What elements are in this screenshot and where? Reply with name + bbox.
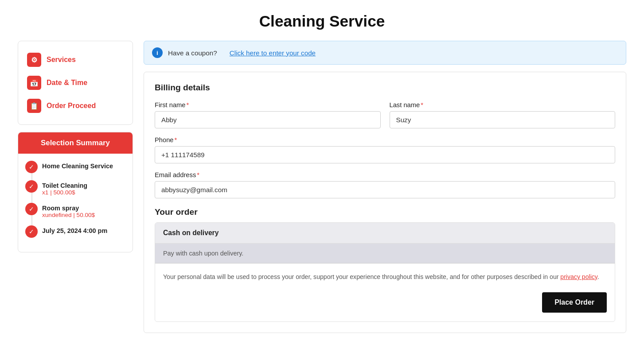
- privacy-policy-link[interactable]: privacy policy: [560, 273, 597, 280]
- email-input[interactable]: [155, 181, 615, 198]
- your-order-title: Your order: [155, 207, 615, 217]
- billing-section: Billing details First name* Last name*: [144, 72, 626, 333]
- first-name-input[interactable]: [155, 111, 381, 128]
- privacy-text: Your personal data will be used to proce…: [155, 263, 615, 292]
- phone-row: Phone*: [155, 136, 615, 163]
- check-circle-toilet-cleaning: ✓: [25, 180, 38, 193]
- your-order-section: Your order Cash on delivery Pay with cas…: [155, 207, 615, 322]
- last-name-label: Last name*: [390, 101, 616, 108]
- first-name-group: First name*: [155, 101, 381, 128]
- order-proceed-nav-label: Order Proceed: [47, 102, 96, 110]
- coupon-link[interactable]: Click here to enter your code: [230, 49, 316, 57]
- email-label: Email address*: [155, 171, 615, 178]
- phone-label: Phone*: [155, 136, 615, 143]
- main-content: i Have a coupon? Click here to enter you…: [144, 41, 626, 333]
- order-proceed-nav-icon: 📋: [27, 99, 41, 113]
- summary-item-detail: xundefined | 50.00$: [42, 212, 95, 218]
- phone-group: Phone*: [155, 136, 615, 163]
- check-circle-home-cleaning: ✓: [25, 161, 38, 173]
- services-nav-label: Services: [47, 56, 76, 64]
- place-order-row: Place Order: [155, 292, 615, 321]
- sidebar: ⚙ Services 📅 Date & Time 📋 Order Proceed…: [18, 41, 133, 252]
- summary-item-detail: x1 | 500.00$: [42, 189, 87, 196]
- services-nav-icon: ⚙: [27, 53, 41, 67]
- first-name-label: First name*: [155, 101, 381, 108]
- sidebar-nav: ⚙ Services 📅 Date & Time 📋 Order Proceed: [18, 41, 133, 125]
- info-icon: i: [152, 47, 163, 58]
- place-order-button[interactable]: Place Order: [542, 292, 607, 313]
- email-row: Email address*: [155, 171, 615, 198]
- selection-summary-header: Selection Summary: [18, 132, 133, 154]
- last-name-input[interactable]: [390, 111, 616, 128]
- summary-item-date: ✓ July 25, 2024 4:00 pm: [25, 225, 125, 238]
- check-circle-date: ✓: [25, 225, 38, 238]
- last-name-group: Last name*: [390, 101, 616, 128]
- name-row: First name* Last name*: [155, 101, 615, 128]
- summary-item-name-room-spray: Room spray: [42, 205, 95, 212]
- order-box: Cash on delivery Pay with cash upon deli…: [155, 222, 615, 322]
- summary-item-home-cleaning: ✓ Home Cleaning Service: [25, 161, 125, 173]
- coupon-text: Have a coupon?: [168, 49, 217, 57]
- sidebar-item-services[interactable]: ⚙ Services: [18, 48, 133, 71]
- cash-delivery-header: Cash on delivery: [155, 223, 615, 244]
- summary-item-name-date: July 25, 2024 4:00 pm: [42, 227, 107, 234]
- check-circle-room-spray: ✓: [25, 203, 38, 215]
- date-time-nav-icon: 📅: [27, 76, 41, 90]
- date-time-nav-label: Date & Time: [47, 79, 87, 87]
- sidebar-item-date-time[interactable]: 📅 Date & Time: [18, 71, 133, 94]
- summary-item-name-home-cleaning: Home Cleaning Service: [42, 163, 113, 170]
- sidebar-item-order-proceed[interactable]: 📋 Order Proceed: [18, 94, 133, 117]
- selection-summary-box: Selection Summary ✓ Home Cleaning Servic…: [18, 132, 133, 252]
- summary-item-name-toilet-cleaning: Toilet Cleaning: [42, 182, 87, 189]
- phone-input[interactable]: [155, 146, 615, 163]
- billing-title: Billing details: [155, 83, 615, 93]
- page-title: Cleaning Service: [0, 0, 644, 41]
- summary-items: ✓ Home Cleaning Service ✓ Toilet Cleanin…: [18, 154, 133, 252]
- email-group: Email address*: [155, 171, 615, 198]
- coupon-banner: i Have a coupon? Click here to enter you…: [144, 41, 626, 65]
- cash-delivery-body: Pay with cash upon delivery.: [155, 244, 615, 263]
- summary-item-toilet-cleaning: ✓ Toilet Cleaning x1 | 500.00$: [25, 180, 125, 196]
- summary-item-room-spray: ✓ Room spray xundefined | 50.00$: [25, 203, 125, 218]
